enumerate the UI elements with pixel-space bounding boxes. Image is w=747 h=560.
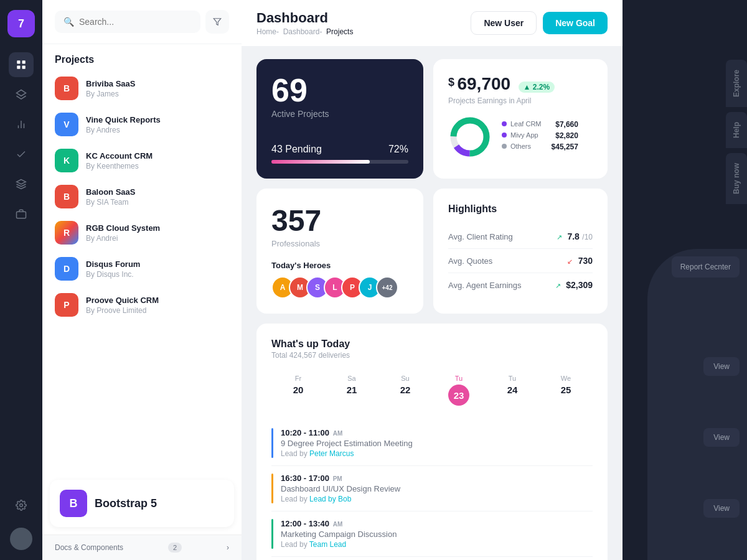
bootstrap-icon: B [60,490,87,517]
sidebar-icon-grid[interactable] [9,52,34,77]
view-button-3[interactable]: View [703,499,740,518]
earnings-dollar: $ [448,76,454,88]
legend-leaf-crm: Leaf CRM [510,120,542,128]
docs-count: 2 [168,543,182,553]
progress-bar-bg [271,160,408,164]
event-lead: Lead by Lead by Bob [281,495,400,503]
highlight-row: Avg. Quotes ↙ 730 [448,249,593,273]
cal-day-name: Sa [327,375,376,382]
cal-day[interactable]: Sa 21 [325,370,378,411]
event-lead-link[interactable]: Team Lead [309,540,346,549]
svg-marker-10 [214,19,221,26]
cal-day-num: 21 [327,385,376,395]
legend-mivy-app: Mivy App [510,131,538,139]
project-name: Briviba SaaS [86,79,229,88]
list-item[interactable]: K KC Account CRM By Keenthemes [47,142,237,179]
new-goal-button[interactable]: New Goal [543,12,608,34]
project-name: Disqus Forum [86,259,229,269]
header: Dashboard Home- Dashboard- Projects New … [242,0,622,47]
sidebar-icon-layers[interactable] [9,82,34,107]
svg-rect-3 [22,66,26,69]
project-author: By Andrei [86,234,229,243]
sidebar-icon-settings[interactable] [9,493,34,518]
view-button-2[interactable]: View [703,428,740,447]
view-button-1[interactable]: View [703,357,740,376]
professionals-label: Professionals [271,239,408,248]
up-icon: ↗ [557,233,562,241]
pending-count-label: 43 Pending [271,144,322,155]
new-user-button[interactable]: New User [471,11,537,35]
project-author: By Disqus Inc. [86,270,229,279]
sidebar-icon-chart[interactable] [9,112,34,137]
list-item[interactable]: B Baloon SaaS By SIA Team [47,179,237,215]
list-item[interactable]: P Proove Quick CRM By Proove Limited [47,287,237,323]
pending-percentage: 72% [388,144,408,155]
active-projects-label: Active Projects [271,109,408,119]
earnings-label: Projects Earnings in April [448,96,593,105]
svg-point-9 [20,504,23,507]
sidebar-avatar[interactable]: 7 [7,10,35,37]
project-author: By James [86,90,229,98]
search-input[interactable] [79,17,192,27]
sidebar-icon-stack[interactable] [9,172,34,197]
list-item[interactable]: V Vine Quick Reports By Andres [47,106,237,142]
report-center-button[interactable]: Report Cecnter [672,256,740,278]
bootstrap-banner[interactable]: B Bootstrap 5 [50,480,234,527]
legend-dot-leaf [502,121,507,126]
project-author: By Andres [86,126,229,134]
cal-day[interactable]: Fr 20 [271,370,325,411]
list-item[interactable]: B Briviba SaaS By James [47,70,237,106]
card-professionals: 357 Professionals Today's Heroes A M S L… [256,189,423,314]
tab-buy-now[interactable]: Buy now [726,153,747,204]
breadcrumb-active: Projects [326,27,353,36]
search-bar: 🔍 [42,0,242,44]
cal-day[interactable]: Tu 24 [486,370,539,411]
legend-value-mivy: $2,820 [552,131,578,140]
project-logo: R [55,221,78,245]
cal-day[interactable]: Su 22 [378,370,432,411]
cal-day-name: Su [381,375,430,382]
highlight-label: Avg. Agent Earnings [448,281,522,290]
sidebar-icon-check[interactable] [9,142,34,167]
mid-row: 357 Professionals Today's Heroes A M S L… [256,189,608,314]
cal-day-num: 20 [274,385,322,395]
event-time: 12:00 - 13:40 AM [281,519,397,528]
sidebar-icon-briefcase[interactable] [9,202,34,226]
cal-day-num: 23 [448,385,469,406]
list-item[interactable]: D Disqus Forum By Disqus Inc. [47,251,237,287]
cal-day[interactable]: We 25 [539,370,593,411]
event-lead-link[interactable]: Lead by Bob [309,495,351,503]
project-name: Vine Quick Reports [86,115,229,124]
project-list: B Briviba SaaS By James V Vine Quick Rep… [42,70,242,472]
event-border [271,428,273,458]
filter-button[interactable] [205,10,229,34]
project-logo: B [55,185,78,208]
project-author: By Proove Limited [86,306,229,315]
highlight-label: Avg. Quotes [448,256,492,266]
tab-explore[interactable]: Explore [726,60,747,107]
user-avatar[interactable] [10,528,32,550]
highlight-row: Avg. Agent Earnings ↗ $2,309 [448,273,593,297]
chevron-right-icon: › [227,543,229,552]
left-panel: 🔍 Projects B Briviba SaaS By James V Vin… [42,0,242,560]
professionals-count: 357 [271,203,408,238]
cal-day-active[interactable]: Tu 23 [432,370,486,411]
search-input-wrap[interactable]: 🔍 [55,11,200,33]
dashboard-body: 69 Active Projects 43 Pending 72% [242,47,622,560]
list-item[interactable]: R RGB Cloud System By Andrei [47,215,237,251]
docs-bar[interactable]: Docs & Components 2 › [42,534,242,560]
event-border [271,474,273,503]
right-panel: Explore Help Buy now Report Cecnter View… [622,0,747,560]
svg-rect-1 [22,60,26,63]
highlight-label: Avg. Client Rating [448,232,513,241]
svg-marker-4 [17,90,26,96]
highlight-value-rating: 7.8 [567,231,579,241]
tab-help[interactable]: Help [726,112,747,148]
card-calendar: What's up Today Total 424,567 deliveries… [256,324,608,560]
project-logo: B [55,77,78,100]
bootstrap-label: Bootstrap 5 [95,497,157,510]
avatars-row: A M S L P J +42 [271,276,408,299]
project-name: RGB Cloud System [86,223,229,233]
cal-day-num: 22 [381,385,430,395]
event-lead-link[interactable]: Peter Marcus [309,449,354,458]
